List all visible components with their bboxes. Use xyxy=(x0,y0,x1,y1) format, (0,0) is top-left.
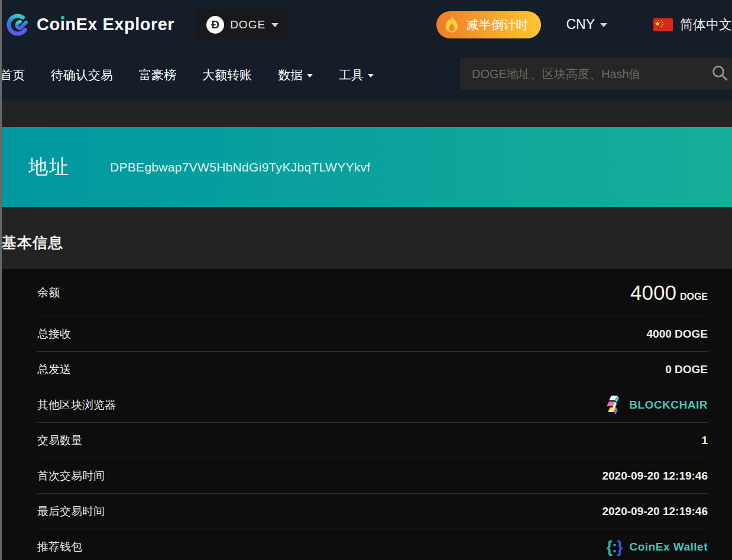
basic-info-section-header: 基本信息 xyxy=(0,207,732,269)
nav-item-tools-dropdown[interactable]: 工具 xyxy=(339,67,374,83)
row-balance: 余额 4000DOGE xyxy=(37,269,708,316)
row-label: 总发送 xyxy=(37,362,71,377)
row-value: 1 xyxy=(701,434,708,447)
language-switcher[interactable]: 简体中文 xyxy=(653,16,732,34)
chevron-down-icon xyxy=(307,74,313,77)
coinex-wallet-link[interactable]: {:} CoinEx Wallet xyxy=(606,538,708,556)
row-total-received: 总接收 4000 DOGE xyxy=(37,316,708,352)
main-nav: 首页 待确认交易 富豪榜 大额转账 数据 工具 xyxy=(0,49,732,101)
coinex-logo-text: CoınEx Explorer xyxy=(37,15,174,34)
selected-coin-label: DOGE xyxy=(230,18,265,31)
row-tx-count: 交易数量 1 xyxy=(37,423,708,458)
coinex-wallet-label: CoinEx Wallet xyxy=(630,540,708,553)
blockchair-link[interactable]: BLOCKCHAIR xyxy=(605,394,708,416)
banner-title: 地址 xyxy=(28,154,70,180)
row-value: 2020-09-20 12:19:46 xyxy=(602,505,708,518)
row-label: 其他区块浏览器 xyxy=(37,397,116,413)
flame-icon xyxy=(442,14,461,35)
doge-coin-icon: Ð xyxy=(206,16,224,34)
coinex-logo[interactable]: CoınEx Explorer xyxy=(5,12,174,38)
chevron-down-icon xyxy=(271,23,278,27)
search-box xyxy=(460,58,732,90)
row-other-explorers: 其他区块浏览器 BLOCKCHAIR xyxy=(37,387,708,423)
address-value: DPBEgbwap7VW5HbNdGi9TyKJbqTLWYYkvf xyxy=(110,160,370,174)
row-label: 首次交易时间 xyxy=(37,468,105,484)
row-total-sent: 总发送 0 DOGE xyxy=(37,352,708,387)
currency-dropdown[interactable]: CNY xyxy=(566,17,607,33)
coin-select-dropdown[interactable]: Ð DOGE xyxy=(196,9,289,40)
blockchair-label: BLOCKCHAIR xyxy=(629,399,708,412)
search-icon[interactable] xyxy=(711,64,728,84)
row-last-tx-time: 最后交易时间 2020-09-20 12:19:46 xyxy=(37,494,708,529)
row-value: 4000 DOGE xyxy=(647,328,708,341)
balance-value: 4000DOGE xyxy=(630,281,708,305)
row-label: 余额 xyxy=(37,285,60,300)
spacer-strip xyxy=(0,101,732,127)
address-banner: 地址 DPBEgbwap7VW5HbNdGi9TyKJbqTLWYYkvf xyxy=(0,127,732,207)
window-left-edge xyxy=(0,0,2,560)
row-first-tx-time: 首次交易时间 2020-09-20 12:19:46 xyxy=(37,458,708,494)
row-label: 总接收 xyxy=(37,326,71,342)
halving-countdown-button[interactable]: 减半倒计时 xyxy=(436,11,541,38)
row-label: 推荐钱包 xyxy=(37,539,82,555)
row-value: 2020-09-20 12:19:46 xyxy=(602,470,708,483)
row-value: 0 DOGE xyxy=(665,363,708,376)
blockchair-icon xyxy=(605,394,622,416)
chevron-down-icon xyxy=(600,23,607,27)
currency-label: CNY xyxy=(566,17,595,33)
search-input[interactable] xyxy=(460,67,711,81)
halving-countdown-label: 减半倒计时 xyxy=(466,17,528,33)
coinex-logo-icon xyxy=(5,12,31,38)
nav-item-rich-list[interactable]: 富豪榜 xyxy=(139,67,176,83)
row-label: 最后交易时间 xyxy=(37,504,105,519)
nav-item-large-transfers[interactable]: 大额转账 xyxy=(202,67,252,83)
cn-flag-icon xyxy=(653,18,673,31)
top-header: CoınEx Explorer Ð DOGE 减半倒计时 CNY xyxy=(0,0,732,49)
coinex-wallet-icon: {:} xyxy=(606,538,622,556)
nav-item-data-dropdown[interactable]: 数据 xyxy=(278,67,313,83)
row-recommended-wallet: 推荐钱包 {:} CoinEx Wallet xyxy=(37,529,708,560)
nav-item-home[interactable]: 首页 xyxy=(0,67,25,83)
chevron-down-icon xyxy=(368,74,374,77)
language-label: 简体中文 xyxy=(680,16,732,34)
row-label: 交易数量 xyxy=(37,433,82,448)
nav-item-unconfirmed-tx[interactable]: 待确认交易 xyxy=(51,67,113,83)
section-title: 基本信息 xyxy=(2,233,63,253)
basic-info-card: 余额 4000DOGE 总接收 4000 DOGE 总发送 0 DOGE 其他区… xyxy=(0,269,732,560)
logo-i-dot xyxy=(61,16,64,20)
